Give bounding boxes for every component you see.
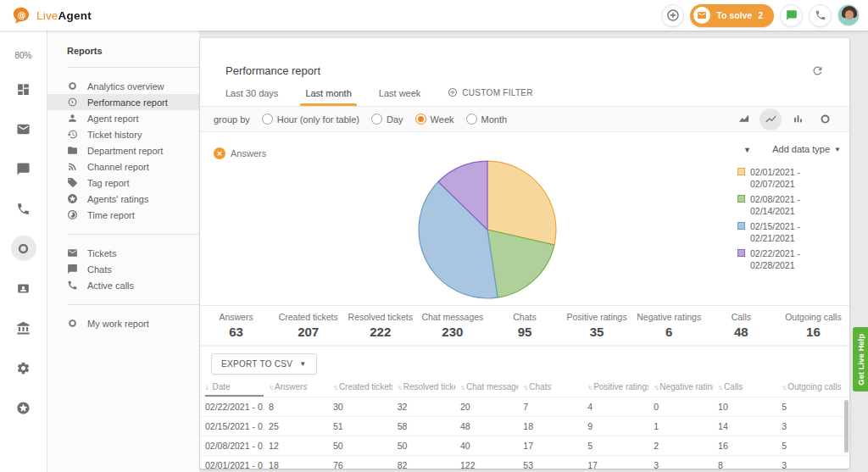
stat-positive-ratings: Positive ratings35 bbox=[561, 306, 633, 345]
remove-series-icon[interactable]: ✕ bbox=[214, 147, 225, 159]
rss-icon bbox=[67, 161, 78, 172]
nav-item-analytics-overview[interactable]: Analytics overview bbox=[47, 78, 199, 94]
legend-item[interactable]: 02/08/2021 - 02/14/2021 bbox=[737, 193, 841, 217]
tab-last-30-days[interactable]: Last 30 days bbox=[212, 88, 292, 106]
nav-item-my-work-report[interactable]: My work report bbox=[47, 315, 199, 331]
col-header-date[interactable]: ↓Date bbox=[200, 380, 264, 397]
to-solve-button[interactable]: To solve 2 bbox=[690, 4, 774, 27]
col-header-negative-ratings[interactable]: ↑↓Negative ratings bbox=[648, 380, 713, 397]
page-title: Performance report bbox=[225, 64, 320, 77]
nav-item-tickets[interactable]: Tickets bbox=[47, 245, 199, 261]
series-dropdown-caret[interactable]: ▼ bbox=[740, 142, 754, 158]
nav-item-chats[interactable]: Chats bbox=[47, 261, 199, 277]
nav-item-performance-report[interactable]: Performance report bbox=[47, 94, 199, 110]
nav-item-channel-report[interactable]: Channel report bbox=[47, 158, 199, 175]
export-to-csv-button[interactable]: EXPORT TO CSV ▼ bbox=[211, 353, 317, 375]
sort-icon: ↑↓ bbox=[654, 384, 657, 391]
nav-item-ticket-history[interactable]: Ticket history bbox=[47, 126, 199, 142]
add-button[interactable] bbox=[661, 4, 684, 27]
rail-calls-button[interactable] bbox=[11, 196, 36, 221]
table-row[interactable]: 02/22/2021 - 0... 8 30 32 20 7 4 0 10 5 bbox=[200, 397, 849, 417]
rail-settings-button[interactable] bbox=[11, 355, 36, 380]
performance-report-card: Performance report Last 30 days Last mon… bbox=[200, 38, 849, 469]
answers-series-chip[interactable]: ✕ Answers bbox=[214, 147, 266, 159]
radio-hour[interactable]: Hour (only for table) bbox=[262, 114, 359, 125]
cell: 12 bbox=[264, 436, 328, 456]
col-header-resolved-tickets[interactable]: ↑↓Resolved tickets bbox=[392, 380, 455, 397]
col-header-outgoing-calls[interactable]: ↑↓Outgoing calls bbox=[776, 380, 849, 397]
top-actions: To solve 2 bbox=[661, 4, 860, 27]
tab-last-month[interactable]: Last month bbox=[292, 88, 364, 106]
legend-swatch bbox=[737, 249, 745, 257]
rail-billing-button[interactable] bbox=[11, 315, 36, 341]
reports-nav-panel: Reports Analytics overview Performance r… bbox=[47, 31, 199, 472]
table-row[interactable]: 02/01/2021 - 0... 18 76 82 122 53 17 3 8… bbox=[200, 456, 849, 469]
liveagent-logo[interactable]: @ LiveAgent bbox=[12, 6, 92, 25]
radio-month[interactable]: Month bbox=[466, 114, 508, 125]
radio-day[interactable]: Day bbox=[371, 114, 403, 125]
tab-custom-filter[interactable]: CUSTOM FILTER bbox=[434, 87, 547, 106]
report-table: ↓Date ↑↓Answers ↑↓Created tickets ↑↓Reso… bbox=[200, 380, 849, 469]
nav-item-time-report[interactable]: Time report bbox=[47, 207, 199, 223]
table-row[interactable]: 02/15/2021 - 0... 25 51 58 48 18 9 1 14 … bbox=[200, 417, 849, 436]
nav-item-label: Tickets bbox=[87, 248, 116, 258]
col-header-answers[interactable]: ↑↓Answers bbox=[264, 380, 328, 397]
nav-item-active-calls[interactable]: Active calls bbox=[47, 277, 199, 293]
col-header-created-tickets[interactable]: ↑↓Created tickets bbox=[328, 380, 392, 397]
add-data-type-dropdown[interactable]: Add data type ▼ bbox=[772, 144, 841, 154]
get-live-help-button[interactable]: Get Live Help bbox=[853, 327, 868, 391]
phone-icon bbox=[67, 280, 78, 291]
rail-customers-button[interactable] bbox=[11, 275, 36, 301]
stat-value: 63 bbox=[229, 325, 243, 339]
refresh-button[interactable] bbox=[811, 64, 824, 77]
cell: 5 bbox=[776, 436, 849, 456]
line-chart-button[interactable] bbox=[760, 108, 782, 130]
col-header-chat-messages[interactable]: ↑↓Chat messages bbox=[455, 380, 518, 397]
cell: 58 bbox=[392, 417, 455, 436]
rail-chats-button[interactable] bbox=[11, 156, 36, 181]
table-scrollbar[interactable] bbox=[844, 400, 849, 453]
stat-value: 95 bbox=[518, 325, 532, 339]
legend-item[interactable]: 02/22/2021 - 02/28/2021 bbox=[737, 247, 841, 271]
tab-last-week[interactable]: Last week bbox=[365, 88, 435, 106]
rail-ratings-button[interactable] bbox=[11, 395, 36, 420]
chats-button[interactable] bbox=[780, 4, 803, 27]
nav-item-agents-ratings[interactable]: Agents' ratings bbox=[47, 191, 199, 207]
stat-resolved-tickets: Resolved tickets222 bbox=[344, 306, 416, 345]
nav-item-agent-report[interactable]: Agent report bbox=[47, 110, 199, 126]
stat-calls: Calls48 bbox=[705, 306, 777, 345]
bar-chart-button[interactable] bbox=[787, 108, 809, 130]
radio-label: Hour (only for table) bbox=[277, 114, 359, 125]
cell: 40 bbox=[455, 436, 518, 456]
nav-item-label: Active calls bbox=[87, 280, 134, 291]
sort-icon: ↑↓ bbox=[587, 384, 591, 391]
radio-week[interactable]: Week bbox=[415, 114, 454, 125]
rail-dashboard-button[interactable] bbox=[11, 76, 36, 102]
user-avatar[interactable] bbox=[837, 4, 860, 26]
area-chart-button[interactable] bbox=[732, 108, 754, 130]
nav-item-label: Agent report bbox=[87, 114, 139, 124]
pie-chart[interactable] bbox=[415, 158, 559, 302]
table-row[interactable]: 02/08/2021 - 0... 12 50 50 40 17 5 2 16 … bbox=[200, 436, 849, 456]
nav-item-department-report[interactable]: Department report bbox=[47, 142, 199, 158]
stat-chat-messages: Chat messages230 bbox=[416, 306, 488, 345]
nav-item-tag-report[interactable]: Tag report bbox=[47, 175, 199, 191]
cell: 16 bbox=[713, 436, 776, 456]
pie-chart-button[interactable] bbox=[814, 108, 836, 130]
rail-tickets-button[interactable] bbox=[11, 116, 36, 142]
cell: 9 bbox=[582, 417, 648, 436]
calls-button[interactable] bbox=[809, 4, 832, 27]
rail-reports-button[interactable] bbox=[11, 236, 36, 261]
sort-desc-icon: ↓ bbox=[205, 383, 209, 391]
bank-icon bbox=[16, 321, 31, 336]
sort-icon: ↑↓ bbox=[718, 384, 721, 391]
col-header-chats[interactable]: ↑↓Chats bbox=[518, 380, 582, 397]
legend-item[interactable]: 02/15/2021 - 02/21/2021 bbox=[737, 220, 841, 244]
series-chip-label: Answers bbox=[231, 148, 266, 158]
radio-label: Month bbox=[481, 114, 508, 125]
col-header-calls[interactable]: ↑↓Calls bbox=[713, 380, 776, 397]
legend-item[interactable]: 02/01/2021 - 02/07/2021 bbox=[737, 166, 841, 190]
col-header-positive-ratings[interactable]: ↑↓Positive ratings bbox=[582, 380, 648, 397]
sort-icon: ↑↓ bbox=[269, 384, 272, 391]
stat-chats: Chats95 bbox=[488, 306, 560, 345]
